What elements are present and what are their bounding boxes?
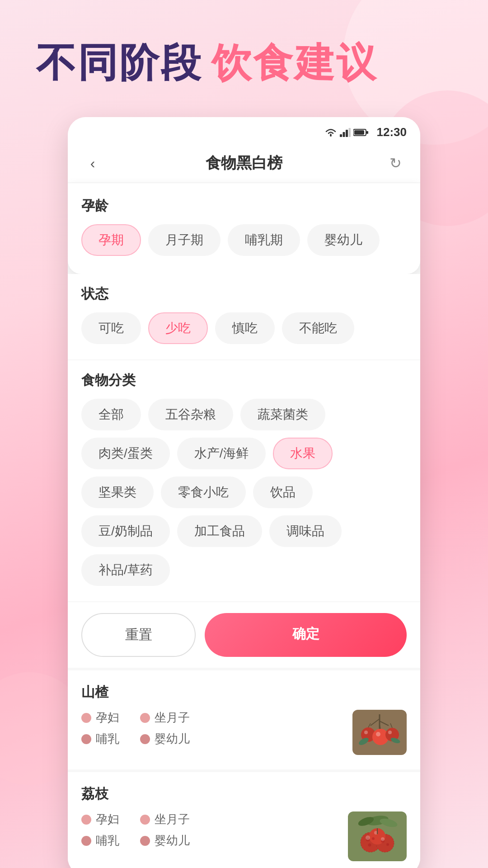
svg-point-37 <box>386 843 389 846</box>
food-list: 山楂 孕妇 坐月子 哺乳 <box>68 670 420 868</box>
svg-rect-1 <box>340 134 342 137</box>
tag-dot <box>81 836 91 846</box>
tag-dot <box>81 713 91 723</box>
food-tag-huru: 哺乳 <box>81 731 131 747</box>
hero-title-part1: 不同阶段 <box>36 36 202 90</box>
chip-spice[interactable]: 调味品 <box>269 515 342 547</box>
tag-label: 哺乳 <box>96 833 119 849</box>
tag-dot <box>140 815 150 825</box>
action-row: 重置 确定 <box>68 602 420 668</box>
tag-label: 孕妇 <box>96 710 119 726</box>
svg-rect-3 <box>346 130 348 137</box>
confirm-button[interactable]: 确定 <box>205 613 407 657</box>
svg-point-16 <box>364 731 368 734</box>
status-filter-label: 状态 <box>81 285 407 303</box>
signal-icon <box>340 128 351 137</box>
food-item-hawthorn: 山楂 孕妇 坐月子 哺乳 <box>68 670 420 769</box>
food-image-hawthorn <box>352 710 407 757</box>
reset-button[interactable]: 重置 <box>81 613 196 657</box>
food-tag-lychee-yunfu: 孕妇 <box>81 811 131 827</box>
tag-dot <box>140 734 150 744</box>
status-time: 12:30 <box>377 125 407 139</box>
svg-point-38 <box>366 835 370 840</box>
tag-label: 坐月子 <box>155 811 190 827</box>
svg-rect-4 <box>348 128 351 137</box>
tag-dot <box>140 836 150 846</box>
chip-drink[interactable]: 饮品 <box>253 476 313 508</box>
food-tag-zuoyuezi: 坐月子 <box>140 710 190 726</box>
svg-rect-7 <box>354 130 364 135</box>
svg-rect-6 <box>366 131 368 134</box>
chip-grain[interactable]: 五谷杂粮 <box>148 399 233 430</box>
food-item-lychee: 荔枝 孕妇 坐月子 哺乳 <box>68 772 420 868</box>
food-item-title-hawthorn: 山楂 <box>81 683 407 702</box>
chip-processed[interactable]: 加工食品 <box>177 515 262 547</box>
food-category-label: 食物分类 <box>81 371 407 390</box>
chip-shench[interactable]: 慎吃 <box>215 312 275 344</box>
food-item-tags-hawthorn: 孕妇 坐月子 哺乳 婴幼儿 <box>81 710 190 747</box>
pregnancy-filter-label: 孕龄 <box>81 197 407 215</box>
tag-label: 孕妇 <box>96 811 119 827</box>
chip-shaoch[interactable]: 少吃 <box>148 312 208 344</box>
status-filter-section: 状态 可吃 少吃 慎吃 不能吃 <box>68 274 420 359</box>
tag-dot <box>81 815 91 825</box>
chip-supplement[interactable]: 补品/草药 <box>81 554 170 586</box>
chip-yinger[interactable]: 婴幼儿 <box>307 224 380 256</box>
chip-kech[interactable]: 可吃 <box>81 312 141 344</box>
chip-seafood[interactable]: 水产/海鲜 <box>177 438 266 469</box>
food-tag-lychee-zuoyuezi: 坐月子 <box>140 811 190 827</box>
food-item-body-hawthorn: 孕妇 坐月子 哺乳 婴幼儿 <box>81 710 407 757</box>
food-tag-yinger: 婴幼儿 <box>140 731 190 747</box>
chip-buch[interactable]: 不能吃 <box>282 312 354 344</box>
top-navigation-bar: ‹ 食物黑白榜 ↻ <box>68 144 420 183</box>
wifi-icon <box>324 128 337 137</box>
svg-point-34 <box>372 837 375 840</box>
chip-veggie[interactable]: 蔬菜菌类 <box>240 399 325 430</box>
pregnancy-filter-chips: 孕期 月子期 哺乳期 婴幼儿 <box>81 224 407 256</box>
food-category-chips: 全部 五谷杂粮 蔬菜菌类 肉类/蛋类 水产/海鲜 水果 坚果类 零食小吃 饮品 … <box>81 399 407 586</box>
chip-yunqi[interactable]: 孕期 <box>81 224 141 256</box>
status-icons <box>324 128 369 137</box>
battery-icon <box>353 128 369 137</box>
chip-dairy[interactable]: 豆/奶制品 <box>81 515 170 547</box>
phone-mockup: 12:30 ‹ 食物黑白榜 ↻ 孕龄 孕期 月子期 哺乳期 婴幼儿 状态 可吃 … <box>68 117 420 868</box>
chip-yuezi[interactable]: 月子期 <box>148 224 221 256</box>
chip-meat[interactable]: 肉类/蛋类 <box>81 438 170 469</box>
food-tag-lychee-yinger: 婴幼儿 <box>140 833 190 849</box>
refresh-button[interactable]: ↻ <box>384 155 407 172</box>
food-category-section: 食物分类 全部 五谷杂粮 蔬菜菌类 肉类/蛋类 水产/海鲜 水果 坚果类 零食小… <box>68 360 420 601</box>
svg-point-35 <box>368 844 371 847</box>
tag-dot <box>81 734 91 744</box>
food-image-lychee <box>348 811 407 863</box>
hero-title: 不同阶段 饮食建议 <box>0 0 488 108</box>
food-tag-yunfu: 孕妇 <box>81 710 131 726</box>
svg-point-17 <box>376 732 380 736</box>
chip-fruit[interactable]: 水果 <box>273 438 333 469</box>
hero-title-part2: 饮食建议 <box>211 36 378 90</box>
chip-all[interactable]: 全部 <box>81 399 141 430</box>
tag-label: 婴幼儿 <box>155 833 190 849</box>
food-item-body-lychee: 孕妇 坐月子 哺乳 婴幼儿 <box>81 811 407 863</box>
back-button[interactable]: ‹ <box>81 155 104 172</box>
food-item-title-lychee: 荔枝 <box>81 785 407 803</box>
page-title: 食物黑白榜 <box>206 153 282 174</box>
food-tag-lychee-huru: 哺乳 <box>81 833 131 849</box>
svg-point-18 <box>388 731 392 734</box>
tag-label: 婴幼儿 <box>155 731 190 747</box>
tag-label: 哺乳 <box>96 731 119 747</box>
chip-nuts[interactable]: 坚果类 <box>81 476 154 508</box>
chip-snack[interactable]: 零食小吃 <box>161 476 246 508</box>
svg-point-39 <box>381 837 385 841</box>
tag-label: 坐月子 <box>155 710 190 726</box>
pregnancy-filter-panel: 孕龄 孕期 月子期 哺乳期 婴幼儿 <box>68 183 420 274</box>
svg-rect-2 <box>343 132 345 137</box>
food-item-tags-lychee: 孕妇 坐月子 哺乳 婴幼儿 <box>81 811 190 849</box>
status-filter-chips: 可吃 少吃 慎吃 不能吃 <box>81 312 407 344</box>
chip-huru[interactable]: 哺乳期 <box>228 224 300 256</box>
tag-dot <box>140 713 150 723</box>
svg-point-0 <box>330 135 332 137</box>
status-bar: 12:30 <box>68 117 420 144</box>
